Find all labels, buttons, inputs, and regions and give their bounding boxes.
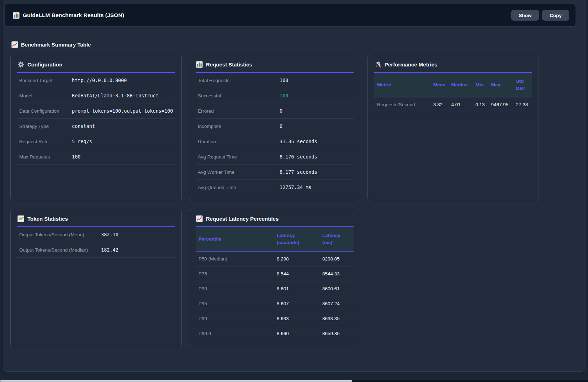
table-row-p75: P75 8.544 8544.33 — [196, 267, 354, 281]
configuration-card: Configuration Backend Target http://0.0.… — [10, 55, 182, 201]
bar-chart-icon — [196, 61, 203, 68]
section-heading: Benchmark Summary Table — [11, 41, 585, 48]
row-label: Avg Queued Time — [198, 185, 280, 190]
row-label: Incomplete — [198, 124, 280, 129]
cell-mean: 3.82 — [430, 97, 449, 112]
cell-latency-seconds: 8.607 — [274, 296, 319, 311]
cell-latency-seconds: 8.660 — [274, 326, 319, 341]
table-row-p90: P90 8.601 8600.61 — [196, 281, 354, 296]
gear-icon — [17, 61, 24, 68]
bar-chart-icon — [12, 12, 20, 19]
row-label: Total Requests — [198, 78, 280, 83]
copy-button[interactable]: Copy — [542, 10, 569, 21]
config-row-backend-target: Backend Target http://0.0.0.0:8000 — [17, 73, 175, 88]
stat-row-errored: Errored 0 — [196, 103, 354, 119]
config-row-model: Model RedHatAI/Llama-3.1-8B-Instruct — [17, 88, 175, 103]
row-label: Data Configuration — [19, 108, 72, 114]
row-label: Duration — [198, 139, 280, 144]
cell-std-dev: 27.38 — [513, 97, 532, 112]
token-statistics-card-title: Token Statistics — [17, 215, 175, 227]
stat-row-successful: Successful 100 — [196, 88, 354, 103]
table-header-row: Metric Mean Median Min Max Std Dev — [374, 73, 532, 97]
row-label: Model — [19, 93, 72, 98]
cell-min: 0.13 — [473, 97, 488, 112]
show-button[interactable]: Show — [511, 10, 539, 21]
cell-latency-ms: 8298.05 — [319, 251, 354, 267]
config-row-request-rate: Request Rate 5 req/s — [17, 134, 175, 149]
cell-latency-seconds: 8.298 — [274, 251, 319, 267]
latency-percentiles-table: Percentile Latency (seconds) Latency (ms… — [196, 227, 354, 341]
chart-increasing-icon — [196, 215, 203, 222]
row-label: Avg Request Time — [198, 154, 280, 160]
main-panel: GuideLLM Benchmark Results (JSON) Show C… — [3, 0, 586, 372]
latency-percentiles-card: Request Latency Percentiles Percentile L… — [189, 209, 360, 347]
row-value: 8.176 seconds — [280, 154, 317, 160]
cell-latency-ms: 8607.24 — [319, 296, 354, 311]
col-mean: Mean — [430, 73, 449, 97]
row-label: Errored — [198, 108, 280, 114]
card-title-text: Token Statistics — [27, 216, 68, 222]
section-title: Benchmark Summary Table — [21, 42, 91, 48]
row-value: http://0.0.0.0:8000 — [72, 77, 127, 83]
cell-percentile: P99.9 — [196, 326, 274, 341]
col-min: Min — [473, 73, 488, 97]
request-statistics-card: Request Statistics Total Requests 100 Su… — [189, 55, 360, 201]
request-statistics-rows: Total Requests 100 Successful 100 Errore… — [196, 73, 354, 195]
card-title-text: Request Latency Percentiles — [206, 216, 279, 222]
stat-row-duration: Duration 31.35 seconds — [196, 134, 354, 149]
col-metric: Metric — [374, 73, 430, 97]
token-row-mean: Output Tokens/Second (Mean) 382.10 — [17, 227, 175, 242]
horizontal-scrollbar-thumb[interactable] — [0, 380, 352, 382]
row-value: 12757.34 ms — [280, 184, 311, 190]
cell-latency-seconds: 8.544 — [274, 267, 319, 281]
row-value: RedHatAI/Llama-3.1-8B-Instruct — [72, 93, 159, 98]
row-value: 100 — [72, 154, 80, 160]
col-latency-seconds: Latency (seconds) — [274, 227, 319, 251]
row-label: Successful — [198, 93, 280, 98]
config-row-data-configuration: Data Configuration prompt_tokens=100,out… — [17, 103, 175, 119]
card-title-text: Performance Metrics — [385, 61, 437, 68]
table-row-p50: P50 (Median) 8.298 8298.05 — [196, 251, 354, 267]
cell-percentile: P75 — [196, 267, 274, 281]
stat-row-incomplete: Incomplete 0 — [196, 119, 354, 134]
cell-latency-ms: 8600.61 — [319, 281, 354, 296]
card-title-text: Request Statistics — [206, 61, 252, 68]
stat-row-avg-request-time: Avg Request Time 8.176 seconds — [196, 149, 354, 165]
header-actions: Show Copy — [511, 10, 569, 21]
configuration-card-title: Configuration — [17, 61, 175, 73]
row-value: 182.42 — [101, 247, 118, 253]
token-row-median: Output Tokens/Second (Median) 182.42 — [17, 242, 175, 258]
cell-latency-ms: 8659.86 — [319, 326, 354, 341]
cell-latency-ms: 8633.35 — [319, 311, 354, 326]
row-label: Backend Target — [19, 78, 72, 83]
request-statistics-card-title: Request Statistics — [196, 61, 354, 73]
cell-metric: Requests/Second — [374, 97, 430, 112]
col-latency-ms: Latency (ms) — [319, 227, 354, 251]
row-label: Strategy Type — [19, 124, 72, 129]
row-label: Output Tokens/Second (Median) — [19, 247, 101, 253]
cell-max: 9467.95 — [488, 97, 513, 112]
col-median: Median — [449, 73, 473, 97]
performance-metrics-card: Performance Metrics Metric Mean Median M… — [367, 55, 539, 201]
cell-percentile: P95 — [196, 296, 274, 311]
cell-percentile: P90 — [196, 281, 274, 296]
table-row-p99: P99 8.633 8633.35 — [196, 311, 354, 326]
cell-latency-seconds: 8.601 — [274, 281, 319, 296]
latency-percentiles-card-title: Request Latency Percentiles — [196, 215, 354, 227]
row-value: 382.10 — [101, 232, 118, 237]
row-label: Avg Worker Time — [198, 170, 280, 175]
col-max: Max — [488, 73, 513, 97]
token-statistics-rows: Output Tokens/Second (Mean) 382.10 Outpu… — [17, 227, 175, 258]
row-value: constant — [72, 123, 95, 129]
row-value: prompt_tokens=100,output_tokens=100 — [72, 108, 173, 114]
card-title-text: Configuration — [27, 61, 62, 68]
table-header-row: Percentile Latency (seconds) Latency (ms… — [196, 227, 354, 251]
chart-increasing-icon — [11, 41, 18, 48]
configuration-rows: Backend Target http://0.0.0.0:8000 Model… — [17, 73, 175, 165]
cell-median: 4.01 — [449, 97, 473, 112]
row-value: 31.35 seconds — [280, 139, 317, 144]
stat-row-total-requests: Total Requests 100 — [196, 73, 354, 88]
table-row-p95: P95 8.607 8607.24 — [196, 296, 354, 311]
row-label: Request Rate — [19, 139, 72, 144]
stat-row-avg-queued-time: Avg Queued Time 12757.34 ms — [196, 180, 354, 195]
